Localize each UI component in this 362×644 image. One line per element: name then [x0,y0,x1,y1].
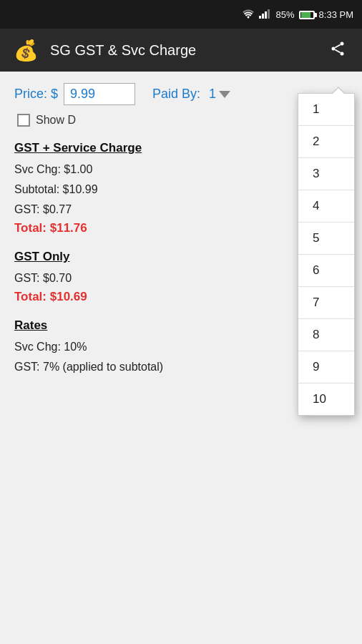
price-label: Price: $ [14,87,58,102]
battery-percentage: 85% [276,9,295,20]
svg-line-8 [335,44,340,47]
svg-point-4 [341,42,344,45]
battery-icon [299,8,315,21]
clock: 8:33 PM [319,9,353,20]
show-details-label: Show D [36,114,76,127]
dropdown-item-2[interactable]: 2 [298,126,354,158]
svg-point-6 [341,52,344,55]
dropdown-item-10[interactable]: 10 [298,384,354,415]
status-bar: 85% 8:33 PM [0,0,362,29]
svg-point-5 [332,47,336,50]
dropdown-item-8[interactable]: 8 [298,319,354,351]
svg-rect-0 [259,16,261,19]
signal-icon [259,9,272,21]
paid-by-dropdown-trigger[interactable]: 1 [209,87,230,102]
svg-line-7 [335,49,340,52]
share-button[interactable] [325,36,351,65]
paid-by-dropdown: 1 2 3 4 5 6 7 8 9 10 [298,93,355,416]
svg-rect-3 [268,9,270,19]
dropdown-item-4[interactable]: 4 [298,190,354,223]
price-input[interactable] [64,83,135,105]
app-title: SG GST & Svc Charge [50,42,315,59]
svg-rect-1 [262,14,264,19]
dropdown-item-6[interactable]: 6 [298,255,354,287]
dropdown-item-9[interactable]: 9 [298,351,354,384]
title-bar: 💰 SG GST & Svc Charge [0,29,362,72]
dropdown-item-7[interactable]: 7 [298,287,354,319]
show-details-checkbox[interactable] [17,114,30,127]
dropdown-item-1[interactable]: 1 [298,94,354,126]
dropdown-item-3[interactable]: 3 [298,158,354,190]
dropdown-arrow-icon [219,91,230,98]
wifi-icon [242,9,255,21]
app-icon: 💰 [11,36,40,64]
paid-by-label: Paid By: [152,87,200,102]
svg-rect-2 [265,11,267,19]
dropdown-item-5[interactable]: 5 [298,223,354,255]
